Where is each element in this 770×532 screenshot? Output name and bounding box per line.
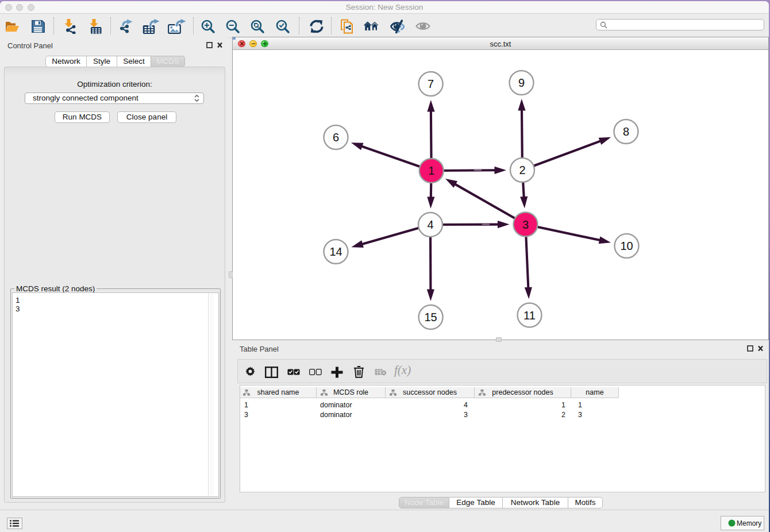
svg-text:4: 4 bbox=[427, 218, 433, 231]
svg-text:15: 15 bbox=[424, 311, 437, 323]
svg-text:2: 2 bbox=[519, 164, 525, 176]
svg-text:8: 8 bbox=[623, 125, 629, 138]
svg-text:6: 6 bbox=[333, 131, 339, 144]
svg-text:14: 14 bbox=[329, 245, 342, 258]
svg-text:9: 9 bbox=[518, 76, 525, 89]
svg-text:7: 7 bbox=[428, 78, 434, 90]
svg-text:3: 3 bbox=[522, 218, 529, 231]
svg-text:10: 10 bbox=[620, 240, 633, 252]
svg-text:11: 11 bbox=[523, 309, 536, 322]
svg-text:1: 1 bbox=[428, 164, 434, 177]
